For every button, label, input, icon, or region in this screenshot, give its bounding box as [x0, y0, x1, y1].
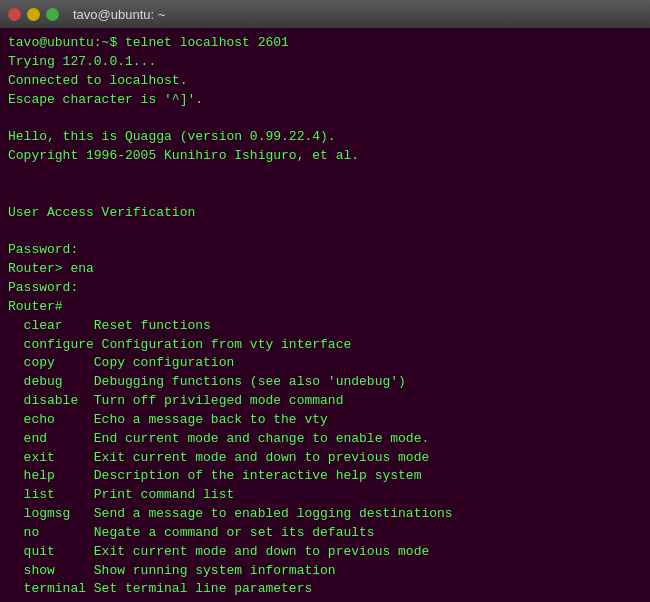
- command-row: end End current mode and change to enabl…: [8, 430, 642, 449]
- terminal-line: Password:: [8, 241, 642, 260]
- command-row: help Description of the interactive help…: [8, 467, 642, 486]
- command-row: no Negate a command or set its defaults: [8, 524, 642, 543]
- command-row: disable Turn off privileged mode command: [8, 392, 642, 411]
- command-row: show Show running system information: [8, 562, 642, 581]
- maximize-button[interactable]: [46, 8, 59, 21]
- command-row: quit Exit current mode and down to previ…: [8, 543, 642, 562]
- command-row: clear Reset functions: [8, 317, 642, 336]
- terminal-line: [8, 109, 642, 128]
- command-row: terminal Set terminal line parameters: [8, 580, 642, 599]
- terminal-line: [8, 185, 642, 204]
- terminal-line: Trying 127.0.0.1...: [8, 53, 642, 72]
- command-row: debug Debugging functions (see also 'und…: [8, 373, 642, 392]
- terminal-line: Router#: [8, 298, 642, 317]
- command-row: list Print command list: [8, 486, 642, 505]
- terminal-line: Connected to localhost.: [8, 72, 642, 91]
- minimize-button[interactable]: [27, 8, 40, 21]
- close-button[interactable]: [8, 8, 21, 21]
- command-row: copy Copy configuration: [8, 354, 642, 373]
- terminal-line: Hello, this is Quagga (version 0.99.22.4…: [8, 128, 642, 147]
- command-row: logmsg Send a message to enabled logging…: [8, 505, 642, 524]
- window-title: tavo@ubuntu: ~: [73, 7, 165, 22]
- command-row: echo Echo a message back to the vty: [8, 411, 642, 430]
- terminal-line: [8, 166, 642, 185]
- terminal-line: Router> ena: [8, 260, 642, 279]
- terminal-line: Escape character is '^]'.: [8, 91, 642, 110]
- command-row: exit Exit current mode and down to previ…: [8, 449, 642, 468]
- terminal-line: tavo@ubuntu:~$ telnet localhost 2601: [8, 34, 642, 53]
- terminal-window: tavo@ubuntu: ~ tavo@ubuntu:~$ telnet loc…: [0, 0, 650, 602]
- terminal-line: [8, 222, 642, 241]
- terminal-line: User Access Verification: [8, 204, 642, 223]
- command-row: configure Configuration from vty interfa…: [8, 336, 642, 355]
- terminal-line: Password:: [8, 279, 642, 298]
- terminal-body[interactable]: tavo@ubuntu:~$ telnet localhost 2601 Try…: [0, 28, 650, 602]
- command-list: clear Reset functions configure Configur…: [8, 317, 642, 602]
- titlebar: tavo@ubuntu: ~: [0, 0, 650, 28]
- terminal-line: Copyright 1996-2005 Kunihiro Ishiguro, e…: [8, 147, 642, 166]
